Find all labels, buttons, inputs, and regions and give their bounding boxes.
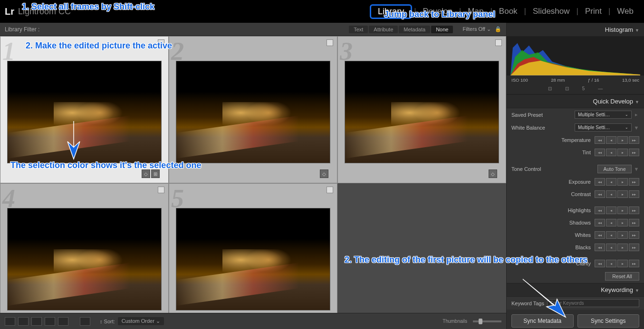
shutter-value: 13,0 sec [622, 77, 639, 83]
tone-control-label: Tone Control [511, 166, 541, 172]
grid-view-icon[interactable] [5, 317, 15, 326]
bottom-toolbar: ↕ Sort: Custom Order ⌄ Thumbnails [0, 313, 506, 329]
exposure-label: Exposure [511, 179, 595, 185]
app-logo: Lr [5, 6, 14, 17]
library-filter-bar: Library Filter : Text Attribute Metadata… [0, 23, 506, 36]
grid-cell[interactable]: 4 ◇ [0, 183, 169, 313]
filter-text[interactable]: Text [349, 26, 368, 33]
people-view-icon[interactable] [58, 317, 68, 326]
white-balance-label: White Balance [511, 125, 545, 131]
thumbnails-label: Thumbnails [442, 319, 467, 324]
sort-label: ↕ Sort: [100, 319, 115, 324]
compare-view-icon[interactable] [31, 317, 42, 326]
sync-settings-button[interactable]: Sync Settings [577, 314, 640, 328]
sync-row: Sync Metadata Sync Settings [507, 310, 644, 329]
thumbnail-image[interactable] [7, 61, 162, 164]
thumbnail-image[interactable] [345, 61, 499, 164]
flag-checkbox[interactable] [327, 187, 333, 193]
filters-off[interactable]: Filters Off ⌄ [462, 26, 491, 32]
badge-icon[interactable]: ◇ [320, 169, 328, 178]
blacks-label: Blacks [511, 244, 595, 250]
histogram-header[interactable]: Histogram▼ [507, 23, 644, 37]
keyword-tags-row: Keyword Tags Enter Keywords [507, 297, 644, 310]
original-icon[interactable]: ⊡ [565, 86, 569, 91]
module-picker: Library | Develop | Map | Book | Slidesh… [370, 4, 638, 19]
clarity-label: Clarity [511, 261, 595, 266]
white-balance-row: White Balance Multiple Setti…⌄ ▼ [507, 121, 644, 134]
filter-none[interactable]: None [431, 26, 453, 33]
quick-develop-header[interactable]: Quick Develop▼ [507, 94, 644, 108]
histogram-display [507, 37, 644, 75]
whites-label: Whites [511, 232, 595, 238]
saved-preset-label: Saved Preset [511, 112, 543, 118]
flag-checkbox[interactable] [495, 39, 502, 46]
aperture-value: ƒ / 16 [588, 77, 599, 83]
expand-icon[interactable]: ▼ [634, 125, 639, 131]
filter-attribute[interactable]: Attribute [369, 26, 398, 33]
survey-view-icon[interactable] [45, 317, 55, 326]
filter-label: Library Filter : [5, 26, 39, 33]
expand-icon[interactable]: ▸ [634, 112, 639, 118]
contrast-stepper[interactable]: ◂◂◂▸▸▸ [595, 190, 639, 198]
grid-cell[interactable]: 5 ◇ [169, 183, 337, 313]
filter-metadata[interactable]: Metadata [399, 26, 430, 33]
painter-icon[interactable] [80, 317, 90, 326]
top-bar: Lr Lightroom CC Library | Develop | Map … [0, 0, 644, 23]
sort-dropdown[interactable]: Custom Order ⌄ [118, 317, 164, 325]
saved-preset-dropdown[interactable]: Multiple Setti…⌄ [575, 111, 632, 119]
reset-all-button[interactable]: Reset All [605, 272, 639, 281]
whites-stepper[interactable]: ◂◂◂▸▸▸ [595, 231, 639, 239]
keyword-tags-label: Keyword Tags [511, 301, 544, 306]
white-balance-dropdown[interactable]: Multiple Setti…⌄ [575, 123, 632, 132]
focal-value: 28 mm [551, 77, 565, 83]
grid-cell[interactable]: 3 ◇ [337, 36, 506, 183]
tint-label: Tint [511, 150, 595, 155]
thumbnail-image[interactable] [7, 208, 162, 311]
count-label: 5 [582, 86, 585, 91]
keywording-header[interactable]: Keywording▼ [507, 283, 644, 297]
blacks-stepper[interactable]: ◂◂◂▸▸▸ [595, 244, 639, 251]
module-web[interactable]: Web [612, 5, 638, 18]
grid-cell[interactable]: 1 ◇⊞ [0, 36, 169, 183]
badge-icon[interactable]: ⊞ [151, 169, 160, 178]
temperature-label: Temperature [511, 137, 595, 143]
center-pane: Library Filter : Text Attribute Metadata… [0, 23, 506, 329]
right-panel: Histogram▼ ISO 100 28 mm ƒ / 16 13,0 sec… [506, 23, 644, 329]
clarity-stepper[interactable]: ◂◂◂▸▸▸ [595, 260, 639, 267]
module-map[interactable]: Map [463, 5, 488, 18]
highlights-label: Highlights [511, 207, 595, 213]
module-develop[interactable]: Develop [418, 5, 457, 18]
highlights-stepper[interactable]: ◂◂◂▸▸▸ [595, 207, 639, 214]
flag-checkbox[interactable] [327, 39, 333, 46]
shadows-stepper[interactable]: ◂◂◂▸▸▸ [595, 219, 639, 226]
contrast-label: Contrast [511, 191, 595, 197]
tint-stepper[interactable]: ◂◂◂▸▸▸ [595, 149, 639, 156]
thumbnail-size-slider[interactable] [473, 320, 501, 322]
crop-icon[interactable]: ⊡ [548, 86, 552, 91]
keyword-input[interactable]: Enter Keywords [547, 299, 639, 307]
grid-cell[interactable]: 2 ◇ [169, 36, 337, 183]
shadows-label: Shadows [511, 220, 595, 226]
badge-icon[interactable]: ◇ [142, 169, 150, 178]
module-slideshow[interactable]: Slideshow [528, 5, 575, 18]
sync-metadata-button[interactable]: Sync Metadata [511, 314, 574, 328]
module-book[interactable]: Book [494, 5, 522, 18]
histogram-meta: ISO 100 28 mm ƒ / 16 13,0 sec [507, 75, 644, 85]
loupe-view-icon[interactable] [18, 317, 29, 326]
thumbnail-image[interactable] [176, 61, 330, 164]
module-library[interactable]: Library [370, 4, 412, 19]
flag-checkbox[interactable] [158, 39, 164, 46]
auto-tone-button[interactable]: Auto Tone [597, 165, 632, 173]
iso-value: ISO 100 [511, 77, 528, 83]
badge-icon[interactable]: ◇ [489, 169, 497, 178]
exposure-stepper[interactable]: ◂◂◂▸▸▸ [595, 178, 639, 186]
expand-icon[interactable]: ▼ [634, 166, 639, 172]
saved-preset-row: Saved Preset Multiple Setti…⌄ ▸ [507, 108, 644, 121]
app-name: Lightroom CC [18, 7, 71, 17]
flag-checkbox[interactable] [158, 187, 164, 193]
module-print[interactable]: Print [580, 5, 606, 18]
histogram-icons-row: ⊡ ⊡ 5 — [507, 85, 644, 94]
temperature-stepper[interactable]: ◂◂◂▸▸▸ [595, 136, 639, 144]
thumbnail-image[interactable] [176, 208, 330, 311]
filter-lock-icon[interactable]: 🔒 [495, 26, 501, 32]
